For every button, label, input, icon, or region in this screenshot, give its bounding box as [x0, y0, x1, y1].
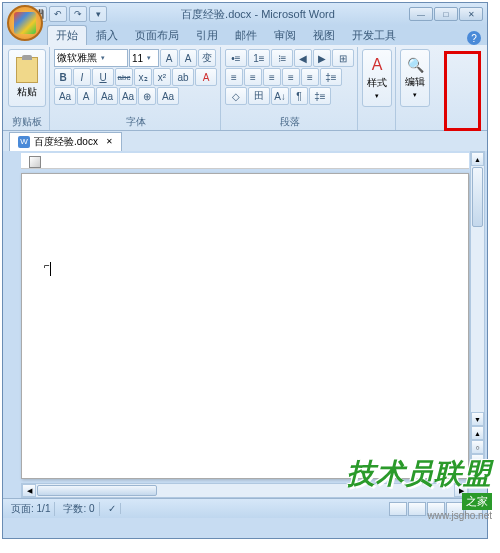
font-size-value: 11: [132, 53, 143, 64]
italic-button[interactable]: I: [73, 68, 91, 86]
borders-button[interactable]: 田: [248, 87, 270, 105]
close-button[interactable]: ✕: [459, 7, 483, 21]
align-left-button[interactable]: ≡: [225, 68, 243, 86]
group-styles: A 样式 ▾: [359, 47, 396, 130]
title-bar: 💾 ↶ ↷ ▾ 百度经验.docx - Microsoft Word — □ ✕: [3, 3, 487, 25]
para-extra-button[interactable]: ‡≡: [309, 87, 331, 105]
minimize-button[interactable]: —: [409, 7, 433, 21]
paste-button[interactable]: 粘贴: [8, 49, 46, 107]
styles-icon: A: [372, 56, 383, 74]
indent-dec-button[interactable]: ◀: [294, 49, 312, 67]
font-size-combo[interactable]: 11 ▾: [129, 49, 159, 67]
tab-view[interactable]: 视图: [305, 26, 343, 45]
close-tab-icon[interactable]: ✕: [106, 137, 113, 146]
help-icon[interactable]: ?: [467, 31, 481, 45]
group-paragraph-label: 段落: [225, 114, 354, 130]
window-title: 百度经验.docx - Microsoft Word: [107, 7, 409, 22]
chevron-down-icon: ▾: [413, 91, 417, 99]
status-words[interactable]: 字数: 0: [59, 502, 99, 516]
chevron-down-icon: ▾: [143, 54, 155, 62]
scroll-thumb-h[interactable]: [37, 485, 157, 496]
document-page[interactable]: ⌐: [21, 173, 469, 479]
status-page[interactable]: 页面: 1/1: [7, 502, 55, 516]
distribute-button[interactable]: ≡: [301, 68, 319, 86]
office-button[interactable]: [7, 5, 43, 41]
watermark-url: www.jsgho.net: [347, 510, 492, 521]
clipboard-icon: [16, 57, 38, 83]
tab-home[interactable]: 开始: [47, 25, 87, 45]
scroll-up-button[interactable]: ▲: [471, 152, 484, 166]
highlight-button[interactable]: ab: [172, 68, 194, 86]
tab-developer[interactable]: 开发工具: [344, 26, 404, 45]
prev-page-button[interactable]: ▲: [471, 426, 484, 440]
align-justify-button[interactable]: ≡: [282, 68, 300, 86]
text-cursor: [50, 262, 51, 276]
tab-review[interactable]: 审阅: [266, 26, 304, 45]
sort-button[interactable]: A↓: [271, 87, 289, 105]
multilevel-button[interactable]: ⁝≡: [271, 49, 293, 67]
shading-button[interactable]: ◇: [225, 87, 247, 105]
strike-button[interactable]: abc: [115, 68, 133, 86]
qat-undo[interactable]: ↶: [49, 6, 67, 22]
watermark-sub: 之家: [462, 493, 492, 510]
styles-button[interactable]: A 样式 ▾: [362, 49, 392, 107]
maximize-button[interactable]: □: [434, 7, 458, 21]
watermark-main: 技术员联盟: [347, 455, 492, 493]
font-color-button[interactable]: A: [195, 68, 217, 86]
group-editing-label: [400, 117, 430, 130]
qat-redo[interactable]: ↷: [69, 6, 87, 22]
group-clipboard: 粘贴 剪贴板: [5, 47, 50, 130]
qat-customize[interactable]: ▾: [89, 6, 107, 22]
tab-references[interactable]: 引用: [188, 26, 226, 45]
chevron-down-icon: ▾: [97, 54, 109, 62]
underline-button[interactable]: U: [92, 68, 114, 86]
ribbon-tabs: 开始 插入 页面布局 引用 邮件 审阅 视图 开发工具 ?: [3, 25, 487, 45]
align-right-button[interactable]: ≡: [263, 68, 281, 86]
scroll-thumb[interactable]: [472, 167, 483, 227]
status-proof[interactable]: ✓: [104, 503, 121, 514]
char-border-button[interactable]: A: [77, 87, 95, 105]
tab-insert[interactable]: 插入: [88, 26, 126, 45]
paste-label: 粘贴: [17, 85, 37, 99]
horizontal-ruler[interactable]: [21, 153, 469, 169]
editing-button[interactable]: 🔍 编辑 ▾: [400, 49, 430, 107]
change-case-button[interactable]: Aa: [54, 87, 76, 105]
char-shading-button[interactable]: Aa: [96, 87, 118, 105]
numbering-button[interactable]: 1≡: [248, 49, 270, 67]
shrink-font-button[interactable]: A: [179, 49, 197, 67]
group-paragraph: •≡ 1≡ ⁝≡ ◀ ▶ ⊞ ≡ ≡ ≡ ≡ ≡ ‡≡ ◇ 田: [222, 47, 358, 130]
font-name-value: 微软雅黑: [57, 51, 97, 65]
indent-inc-button[interactable]: ▶: [313, 49, 331, 67]
group-clipboard-label: 剪贴板: [8, 114, 46, 130]
doc-tab-active[interactable]: W 百度经验.docx ✕: [9, 132, 122, 151]
grow-font-button[interactable]: A: [160, 49, 178, 67]
anchor-icon: ⌐: [44, 260, 50, 271]
group-font-label: 字体: [54, 114, 217, 130]
subscript-button[interactable]: x₂: [134, 68, 152, 86]
document-tabs: W 百度经验.docx ✕: [3, 131, 487, 151]
tab-layout[interactable]: 页面布局: [127, 26, 187, 45]
bullets-button[interactable]: •≡: [225, 49, 247, 67]
doc-tab-label: 百度经验.docx: [34, 135, 98, 149]
phonetic-button[interactable]: 变: [198, 49, 216, 67]
group-font: 微软雅黑 ▾ 11 ▾ A A 变 B I U abc x₂: [51, 47, 221, 130]
superscript-button[interactable]: x²: [153, 68, 171, 86]
browse-object-button[interactable]: ○: [471, 440, 484, 454]
snap-button[interactable]: ⊞: [332, 49, 354, 67]
vertical-scrollbar[interactable]: ▲ ▼ ▲ ○ ▼: [470, 151, 485, 469]
window-controls: — □ ✕: [409, 7, 483, 21]
binoculars-icon: 🔍: [407, 57, 424, 73]
word-doc-icon: W: [18, 136, 30, 148]
scroll-down-button[interactable]: ▼: [471, 412, 484, 426]
styles-label: 样式: [367, 76, 387, 90]
font-name-combo[interactable]: 微软雅黑 ▾: [54, 49, 128, 67]
line-spacing-button[interactable]: ‡≡: [320, 68, 342, 86]
bold-button[interactable]: B: [54, 68, 72, 86]
align-center-button[interactable]: ≡: [244, 68, 262, 86]
tab-mailings[interactable]: 邮件: [227, 26, 265, 45]
scroll-left-button[interactable]: ◀: [22, 484, 36, 497]
show-marks-button[interactable]: ¶: [290, 87, 308, 105]
asian-layout-button[interactable]: Aa: [157, 87, 179, 105]
clear-format-button[interactable]: Aa: [119, 87, 137, 105]
enclose-button[interactable]: ⊕: [138, 87, 156, 105]
